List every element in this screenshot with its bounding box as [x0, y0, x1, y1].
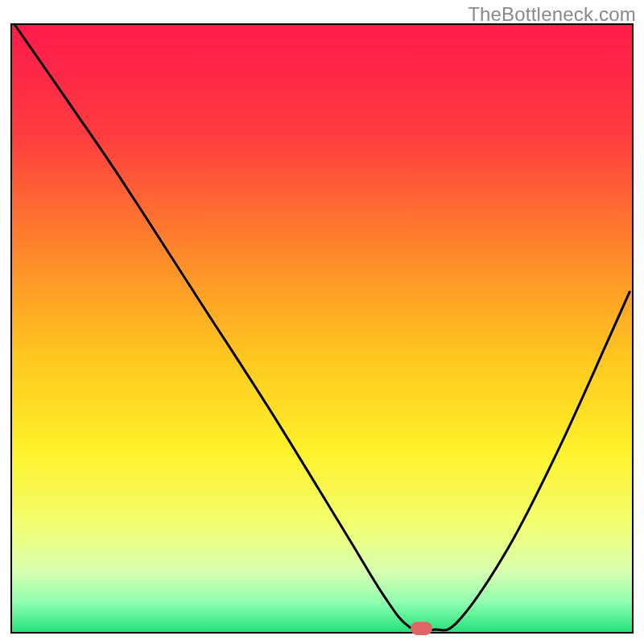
- bottleneck-chart: [0, 0, 644, 644]
- watermark-text: TheBottleneck.com: [468, 3, 636, 26]
- gradient-background: [11, 24, 633, 633]
- optimal-marker: [411, 621, 432, 635]
